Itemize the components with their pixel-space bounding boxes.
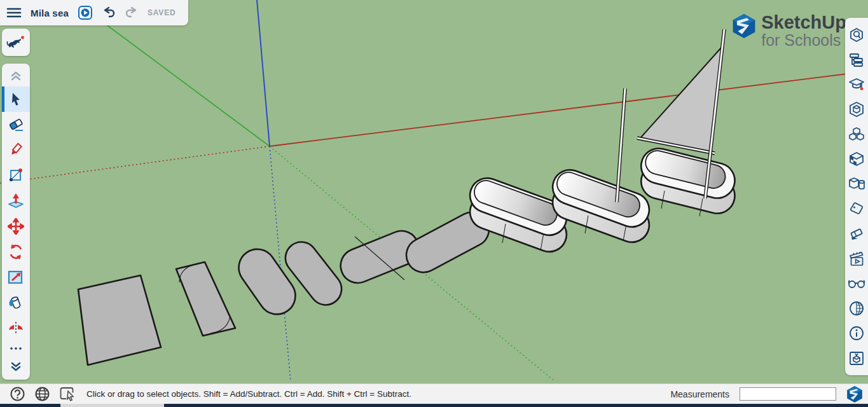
entity-info-icon — [849, 27, 864, 43]
instructor-panel[interactable] — [848, 72, 865, 97]
app-window: SketchUp for Schools Mila sea SAVED — [0, 0, 868, 407]
info-icon — [849, 326, 864, 341]
globe-icon — [849, 301, 864, 316]
model-title[interactable]: Mila sea — [31, 8, 69, 18]
pencil-icon — [8, 142, 24, 158]
bottom-strip — [0, 404, 868, 407]
flip-icon — [8, 321, 24, 335]
eraser-tool[interactable] — [2, 112, 30, 137]
rectangle-shape-icon — [8, 168, 24, 183]
entity-info-panel[interactable] — [849, 23, 864, 47]
undo-icon[interactable] — [102, 6, 116, 19]
blocks-icon — [848, 127, 865, 142]
tags-panel[interactable] — [849, 197, 864, 221]
solid-shapes-panel[interactable] — [848, 172, 865, 196]
shapes-tool[interactable] — [2, 163, 30, 188]
shapes-3d-icon — [848, 176, 865, 191]
status-hint-text: Click or drag to select objects. Shift =… — [86, 389, 411, 399]
push-pull-icon — [8, 193, 24, 209]
language-globe-icon[interactable] — [35, 387, 50, 401]
glasses-icon — [848, 279, 865, 289]
select-tool[interactable] — [2, 86, 30, 112]
status-bar: Click or drag to select objects. Shift =… — [0, 383, 868, 404]
move-tool[interactable] — [2, 214, 30, 239]
logo-line1: SketchUp — [761, 13, 846, 32]
logo-line2: for Schools — [761, 32, 846, 48]
hamburger-menu-icon[interactable] — [6, 7, 22, 18]
materials-icon — [849, 151, 864, 167]
materials-panel[interactable] — [849, 147, 864, 171]
rotate-tool[interactable] — [2, 239, 30, 265]
sketchup-for-schools-logo: SketchUp for Schools — [732, 13, 846, 48]
component-blocks-panel[interactable] — [848, 122, 865, 146]
flip-tool[interactable] — [2, 315, 30, 341]
ellipsis-icon — [10, 347, 22, 350]
sketchup-logo-small — [846, 385, 863, 403]
components-icon — [849, 102, 864, 117]
select-arrow-icon — [10, 92, 22, 106]
scale-icon — [8, 269, 24, 286]
more-tools-button[interactable] — [2, 341, 30, 356]
outliner-panel[interactable] — [849, 48, 864, 72]
instructor-icon — [848, 77, 865, 92]
panels-rail — [845, 18, 868, 375]
paint-bucket-icon — [8, 295, 24, 310]
scale-tool[interactable] — [2, 265, 30, 290]
geolocation-panel[interactable] — [849, 296, 864, 321]
eraser-icon — [8, 117, 24, 132]
collapse-toolbar-button[interactable] — [2, 65, 30, 86]
import-box-icon — [849, 350, 864, 366]
top-bar: Mila sea SAVED — [0, 0, 188, 25]
display-panel[interactable] — [848, 272, 865, 296]
components-panel[interactable] — [849, 97, 864, 121]
select-hint-icon — [60, 387, 76, 402]
scenes-panel[interactable] — [849, 247, 864, 271]
chevron-down-double-icon — [10, 362, 22, 372]
measurements-input[interactable] — [740, 387, 836, 401]
outliner-icon — [849, 53, 864, 67]
redo-icon[interactable] — [125, 6, 139, 19]
measurements-label: Measurements — [670, 389, 729, 399]
paint-bucket-tool[interactable] — [2, 290, 30, 315]
bottom-strip-segment — [60, 404, 164, 407]
save-status-badge: SAVED — [148, 8, 176, 17]
sketchup-logo-mark — [732, 13, 756, 39]
tools-toolbar — [2, 64, 30, 380]
launcher-panel — [2, 29, 30, 56]
soften-edges-icon — [849, 227, 864, 241]
expand-toolbar-button[interactable] — [2, 356, 30, 378]
move-arrows-icon — [8, 218, 24, 235]
tag-icon — [849, 202, 864, 216]
leaping-dog-icon[interactable] — [6, 34, 25, 51]
soften-edges-panel[interactable] — [849, 222, 864, 246]
import-model-panel[interactable] — [849, 346, 864, 370]
scenes-icon — [849, 251, 864, 266]
pencil-tool[interactable] — [2, 137, 30, 163]
push-pull-tool[interactable] — [2, 188, 30, 214]
play-tutorial-icon[interactable] — [78, 5, 93, 20]
model-canvas[interactable] — [0, 0, 868, 407]
help-icon[interactable] — [10, 387, 25, 401]
model-info-panel[interactable] — [849, 321, 864, 345]
rotate-arrows-icon — [8, 244, 24, 260]
